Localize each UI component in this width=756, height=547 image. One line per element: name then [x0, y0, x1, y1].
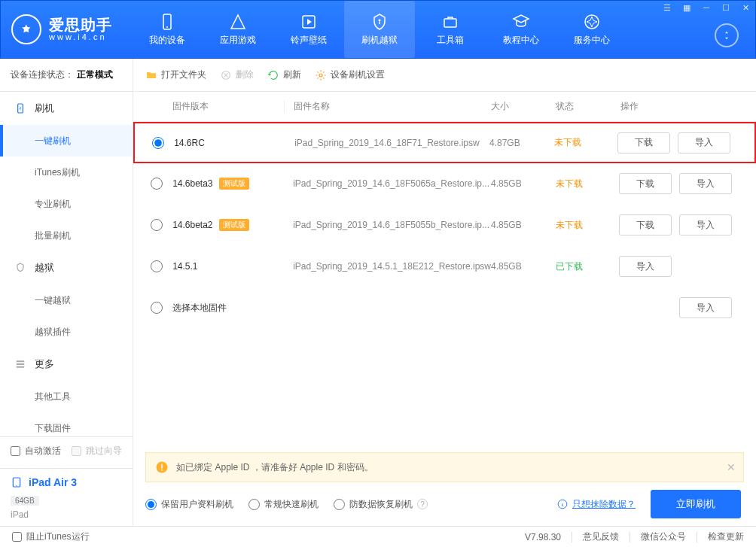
import-button[interactable]: 导入	[619, 256, 672, 277]
firmware-row[interactable]: 14.6beta3测试版 iPad_Spring_2019_14.6_18F50…	[133, 163, 756, 205]
option-normal[interactable]: 常规快速刷机	[248, 498, 319, 511]
firmware-radio[interactable]	[151, 178, 163, 190]
firmware-row[interactable]: 14.6RC iPad_Spring_2019_14.6_18F71_Resto…	[133, 122, 756, 163]
import-button[interactable]: 导入	[679, 173, 732, 194]
maximize-icon[interactable]: ☐	[716, 1, 736, 14]
firmware-row[interactable]: 14.5.1 iPad_Spring_2019_14.5.1_18E212_Re…	[133, 246, 756, 287]
firmware-radio[interactable]	[151, 260, 163, 272]
firmware-filename: iPad_Spring_2019_14.5.1_18E212_Restore.i…	[284, 261, 491, 272]
check-update-link[interactable]: 检查更新	[708, 530, 744, 543]
firmware-filename: iPad_Spring_2019_14.6_18F71_Restore.ipsw	[285, 138, 489, 148]
warning-icon	[155, 460, 169, 474]
erase-data-link[interactable]: 只想抹除数据？	[572, 498, 636, 511]
firmware-size: 4.85GB	[491, 220, 556, 230]
col-size: 大小	[491, 100, 556, 113]
svg-rect-9	[17, 363, 25, 365]
beta-tag: 测试版	[219, 219, 249, 231]
beta-tag: 测试版	[219, 178, 249, 190]
col-version: 固件版本	[168, 100, 284, 113]
sidebar-item-one-click-flash[interactable]: 一键刷机	[0, 125, 133, 157]
sidebar-item-batch-flash[interactable]: 批量刷机	[0, 220, 133, 251]
tab-tutorial[interactable]: 教程中心	[486, 1, 556, 58]
firmware-radio[interactable]	[151, 219, 163, 231]
sync-button[interactable]	[715, 23, 739, 47]
sidebar-item-one-click-jailbreak[interactable]: 一键越狱	[0, 284, 133, 316]
firmware-radio[interactable]	[152, 137, 164, 149]
svg-point-4	[379, 19, 381, 21]
shield-icon	[14, 261, 27, 275]
import-button[interactable]: 导入	[678, 132, 730, 153]
tab-toolbox[interactable]: 工具箱	[415, 1, 486, 58]
firmware-status: 已下载	[556, 260, 619, 273]
col-name: 固件名称	[284, 100, 491, 113]
firmware-radio[interactable]	[151, 302, 163, 314]
close-icon[interactable]: ✕	[736, 1, 755, 14]
import-button[interactable]: 导入	[679, 214, 732, 236]
option-keep-data[interactable]: 保留用户资料刷机	[145, 498, 233, 511]
sidebar-item-jailbreak-plugins[interactable]: 越狱插件	[0, 316, 133, 348]
sidebar-item-download-firmware[interactable]: 下载固件	[0, 412, 133, 436]
help-icon[interactable]: ?	[417, 499, 428, 509]
info-icon	[557, 499, 568, 509]
skip-wizard-checkbox[interactable]: 跳过向导	[72, 445, 122, 457]
download-button[interactable]: 下载	[619, 214, 672, 236]
firmware-version: 14.5.1	[168, 261, 284, 272]
open-folder-button[interactable]: 打开文件夹	[145, 68, 206, 81]
banner-close-icon[interactable]: ✕	[727, 461, 736, 473]
sidebar-item-pro-flash[interactable]: 专业刷机	[0, 188, 133, 220]
grid-icon[interactable]: ▦	[677, 1, 697, 14]
footer: 阻止iTunes运行 V7.98.30 意见反馈 微信公众号 检查更新	[0, 526, 756, 547]
auto-activate-checkbox[interactable]: 自动激活 跳过向导	[11, 445, 122, 457]
tablet-icon	[11, 476, 23, 488]
apple-id-banner: 如已绑定 Apple ID ，请准备好 Apple ID 和密码。 ✕	[145, 452, 744, 482]
svg-point-14	[319, 74, 322, 77]
download-button[interactable]: 下载	[617, 132, 670, 153]
svg-rect-10	[17, 366, 25, 368]
app-header: 爱思助手 www.i4.cn 我的设备 应用游戏 铃声壁纸 刷机越狱 工具箱 教…	[0, 0, 756, 59]
gear-icon	[315, 69, 327, 81]
firmware-size: 4.87GB	[489, 138, 554, 148]
sidebar-head-more[interactable]: 更多	[0, 348, 133, 381]
top-nav: 我的设备 应用游戏 铃声壁纸 刷机越狱 工具箱 教程中心 服务中心	[132, 1, 627, 58]
tab-apps[interactable]: 应用游戏	[203, 1, 273, 58]
sidebar-item-other-tools[interactable]: 其他工具	[0, 381, 133, 412]
wechat-link[interactable]: 微信公众号	[641, 530, 686, 543]
sidebar-item-itunes-flash[interactable]: iTunes刷机	[0, 157, 133, 188]
menu-icon[interactable]: ☰	[657, 1, 677, 14]
svg-rect-5	[444, 19, 456, 27]
minimize-icon[interactable]: ─	[697, 1, 716, 14]
firmware-status: 未下载	[556, 219, 619, 232]
start-flash-button[interactable]: 立即刷机	[651, 490, 741, 518]
tab-my-device[interactable]: 我的设备	[132, 1, 203, 58]
tab-ringtones[interactable]: 铃声壁纸	[273, 1, 344, 58]
svg-rect-8	[17, 360, 25, 362]
device-name-label: iPad Air 3	[29, 476, 77, 488]
firmware-status: 未下载	[554, 136, 617, 149]
feedback-link[interactable]: 意见反馈	[583, 530, 619, 543]
firmware-rows: 14.6RC iPad_Spring_2019_14.6_18F71_Resto…	[133, 122, 756, 448]
logo-icon	[11, 14, 41, 44]
col-status: 状态	[556, 100, 619, 113]
option-recover[interactable]: 防数据恢复刷机?	[334, 498, 428, 511]
delete-button[interactable]: 删除	[220, 68, 254, 81]
device-info: iPad Air 3 64GB iPad	[0, 468, 133, 526]
firmware-filename: iPad_Spring_2019_14.6_18F5055b_Restore.i…	[284, 220, 491, 230]
flash-icon	[14, 102, 27, 115]
tab-service[interactable]: 服务中心	[556, 1, 627, 58]
sidebar-head-jailbreak[interactable]: 越狱	[0, 251, 133, 284]
firmware-version: 14.6beta2测试版	[168, 219, 284, 231]
import-button[interactable]: 导入	[679, 297, 732, 318]
sidebar: 设备连接状态： 正常模式 刷机 一键刷机 iTunes刷机 专业刷机 批量刷机 …	[0, 59, 133, 526]
firmware-version: 14.6RC	[169, 138, 285, 148]
svg-point-2	[166, 26, 168, 28]
settings-button[interactable]: 设备刷机设置	[315, 68, 385, 81]
download-button[interactable]: 下载	[619, 173, 672, 194]
refresh-button[interactable]: 刷新	[267, 68, 301, 81]
block-itunes-checkbox[interactable]: 阻止iTunes运行	[12, 530, 90, 543]
firmware-row[interactable]: 14.6beta2测试版 iPad_Spring_2019_14.6_18F50…	[133, 205, 756, 246]
firmware-filename: iPad_Spring_2019_14.6_18F5065a_Restore.i…	[284, 178, 491, 189]
window-controls: ☰ ▦ ─ ☐ ✕	[657, 1, 755, 14]
sidebar-head-flash[interactable]: 刷机	[0, 92, 133, 125]
local-firmware-row[interactable]: 选择本地固件 导入	[133, 287, 756, 329]
tab-flash[interactable]: 刷机越狱	[344, 1, 415, 58]
